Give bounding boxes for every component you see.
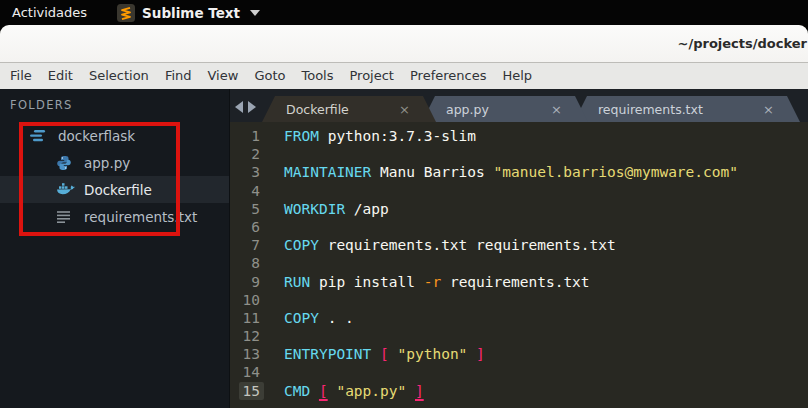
tab-requirements-txt[interactable]: requirements.txt× bbox=[574, 96, 800, 122]
sidebar-item-label: requirements.txt bbox=[84, 209, 197, 225]
chevron-down-icon bbox=[250, 10, 260, 16]
menu-item-view[interactable]: View bbox=[200, 63, 247, 89]
menu-bar: FileEditSelectionFindViewGotoToolsProjec… bbox=[0, 62, 808, 89]
line-number: 7 bbox=[230, 236, 264, 254]
tab-scroll-left-icon[interactable] bbox=[235, 101, 243, 113]
sidebar-item-dockerflask[interactable]: dockerflask bbox=[0, 122, 229, 149]
activities-button[interactable]: Actividades bbox=[0, 5, 101, 20]
line-number: 10 bbox=[230, 291, 264, 309]
code-text: COPY . . bbox=[284, 309, 354, 327]
code-line[interactable]: 13ENTRYPOINT [ "python" ] bbox=[230, 345, 808, 363]
line-number: 2 bbox=[230, 145, 264, 163]
menu-item-help[interactable]: Help bbox=[494, 63, 540, 89]
code-line[interactable]: 8 bbox=[230, 254, 808, 272]
menu-item-selection[interactable]: Selection bbox=[81, 63, 157, 89]
tab-app-py[interactable]: app.py× bbox=[422, 96, 588, 122]
code-line[interactable]: 15CMD [ "app.py" ] bbox=[230, 382, 808, 400]
code-line[interactable]: 1FROM python:3.7.3-slim bbox=[230, 127, 808, 145]
app-menu-button[interactable]: Sublime Text bbox=[117, 4, 260, 22]
sidebar-item-requirements-txt[interactable]: requirements.txt bbox=[0, 203, 229, 230]
main-content: FOLDERS dockerflaskapp.pyDockerfilerequi… bbox=[0, 89, 808, 408]
code-line[interactable]: 12 bbox=[230, 327, 808, 345]
code-text: COPY requirements.txt requirements.txt bbox=[284, 236, 616, 254]
code-line[interactable]: 4 bbox=[230, 182, 808, 200]
sidebar-item-label: dockerflask bbox=[58, 128, 135, 144]
code-line[interactable]: 2 bbox=[230, 145, 808, 163]
line-number: 9 bbox=[230, 273, 264, 291]
python-icon bbox=[56, 155, 76, 171]
line-number: 3 bbox=[230, 163, 264, 181]
gnome-top-bar: Actividades Sublime Text bbox=[0, 0, 808, 25]
code-line[interactable]: 5WORKDIR /app bbox=[230, 200, 808, 218]
tab-label: app.py bbox=[446, 102, 489, 117]
tabs: Dockerfile×app.py×requirements.txt× bbox=[262, 96, 800, 122]
code-line[interactable]: 10 bbox=[230, 291, 808, 309]
sublime-text-logo-icon bbox=[117, 4, 135, 22]
docker-icon bbox=[56, 182, 76, 198]
code-text: MAINTAINER Manu Barrios "manuel.barrios@… bbox=[284, 163, 738, 181]
menu-item-preferences[interactable]: Preferences bbox=[402, 63, 494, 89]
sidebar-item-app-py[interactable]: app.py bbox=[0, 149, 229, 176]
line-number: 14 bbox=[230, 363, 264, 381]
code-text: WORKDIR /app bbox=[284, 200, 389, 218]
menu-item-find[interactable]: Find bbox=[157, 63, 200, 89]
code-editor[interactable]: 1FROM python:3.7.3-slim23MAINTAINER Manu… bbox=[230, 122, 808, 408]
line-number: 6 bbox=[230, 218, 264, 236]
code-line[interactable]: 11COPY . . bbox=[230, 309, 808, 327]
menu-item-edit[interactable]: Edit bbox=[40, 63, 81, 89]
line-number: 8 bbox=[230, 254, 264, 272]
menu-item-tools[interactable]: Tools bbox=[293, 63, 341, 89]
folders-header: FOLDERS bbox=[0, 89, 229, 122]
code-line[interactable]: 9RUN pip install -r requirements.txt bbox=[230, 273, 808, 291]
sidebar-item-label: app.py bbox=[84, 155, 130, 171]
line-number: 12 bbox=[230, 327, 264, 345]
code-text: CMD [ "app.py" ] bbox=[284, 382, 424, 400]
sidebar-item-dockerfile[interactable]: Dockerfile bbox=[0, 176, 229, 203]
tab-dockerfile[interactable]: Dockerfile× bbox=[262, 96, 436, 122]
line-number: 15 bbox=[230, 382, 264, 400]
code-text: ENTRYPOINT [ "python" ] bbox=[284, 345, 485, 363]
file-tree: dockerflaskapp.pyDockerfilerequirements.… bbox=[0, 122, 229, 230]
tab-scroll-arrows bbox=[235, 101, 256, 113]
line-number: 13 bbox=[230, 345, 264, 363]
code-line[interactable]: 3MAINTAINER Manu Barrios "manuel.barrios… bbox=[230, 163, 808, 181]
code-text: RUN pip install -r requirements.txt bbox=[284, 273, 590, 291]
editor-pane: Dockerfile×app.py×requirements.txt× 1FRO… bbox=[230, 89, 808, 408]
line-number: 11 bbox=[230, 309, 264, 327]
folder-open-icon bbox=[30, 128, 50, 144]
code-line[interactable]: 6 bbox=[230, 218, 808, 236]
menu-item-file[interactable]: File bbox=[2, 63, 40, 89]
line-number: 4 bbox=[230, 182, 264, 200]
code-text: FROM python:3.7.3-slim bbox=[284, 127, 476, 145]
tab-bar: Dockerfile×app.py×requirements.txt× bbox=[230, 89, 808, 122]
menu-item-project[interactable]: Project bbox=[341, 63, 401, 89]
code-line[interactable]: 14 bbox=[230, 363, 808, 381]
close-icon[interactable]: × bbox=[399, 103, 410, 116]
menu-item-goto[interactable]: Goto bbox=[246, 63, 293, 89]
sidebar-item-label: Dockerfile bbox=[84, 182, 152, 198]
window-title: ~/projects/docker bbox=[678, 36, 808, 51]
text-file-icon bbox=[56, 209, 76, 225]
sublime-window: ~/projects/docker FileEditSelectionFindV… bbox=[0, 25, 808, 408]
tab-label: requirements.txt bbox=[598, 102, 703, 117]
app-menu-label: Sublime Text bbox=[142, 5, 240, 21]
line-number: 1 bbox=[230, 127, 264, 145]
line-number: 5 bbox=[230, 200, 264, 218]
close-icon[interactable]: × bbox=[551, 103, 562, 116]
tab-label: Dockerfile bbox=[286, 102, 349, 117]
code-line[interactable]: 7COPY requirements.txt requirements.txt bbox=[230, 236, 808, 254]
window-titlebar[interactable]: ~/projects/docker bbox=[0, 25, 808, 62]
close-icon[interactable]: × bbox=[763, 103, 774, 116]
sidebar: FOLDERS dockerflaskapp.pyDockerfilerequi… bbox=[0, 89, 230, 408]
tab-scroll-right-icon[interactable] bbox=[248, 101, 256, 113]
